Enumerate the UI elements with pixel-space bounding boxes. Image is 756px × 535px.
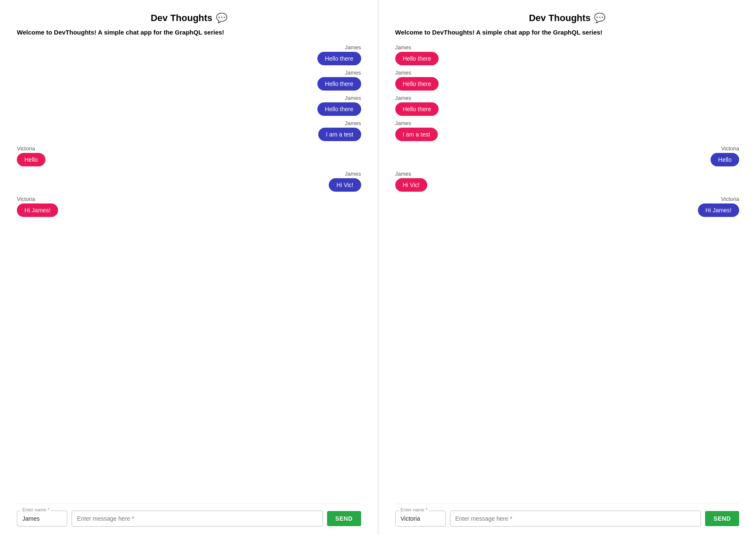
message-bubble: Hi Vic! — [395, 178, 427, 192]
input-row: Enter name *SEND — [395, 503, 740, 527]
app-title: Dev Thoughts💬 — [17, 13, 361, 24]
message-bubble: Hello there — [317, 52, 361, 65]
name-field-label: Enter name * — [21, 507, 51, 512]
chat-icon: 💬 — [594, 13, 605, 24]
message-input[interactable] — [450, 511, 701, 527]
message-group: JamesHello there — [17, 44, 361, 65]
name-input[interactable] — [17, 511, 67, 527]
sender-name: James — [345, 171, 361, 177]
sender-name: James — [345, 44, 361, 51]
message-bubble: Hello there — [395, 52, 439, 65]
name-field-label: Enter name * — [399, 507, 429, 512]
messages-area: JamesHello thereJamesHello thereJamesHel… — [17, 44, 361, 495]
message-group: VictoriaHello — [17, 145, 361, 166]
welcome-text: Welcome to DevThoughts! A simple chat ap… — [395, 29, 740, 36]
sender-name: James — [345, 120, 361, 126]
sender-name: Victoria — [721, 196, 739, 202]
welcome-text: Welcome to DevThoughts! A simple chat ap… — [17, 29, 361, 36]
message-group: JamesHi Vic! — [17, 171, 361, 192]
message-bubble: Hi James! — [698, 203, 739, 217]
app-title: Dev Thoughts💬 — [395, 13, 740, 24]
panel-right: Dev Thoughts💬Welcome to DevThoughts! A s… — [378, 0, 756, 535]
sender-name: James — [395, 171, 411, 177]
message-bubble: Hi James! — [17, 203, 58, 217]
message-group: JamesI am a test — [395, 120, 740, 141]
message-group: JamesHello there — [395, 44, 740, 65]
message-bubble: Hello — [711, 153, 739, 166]
message-bubble: I am a test — [395, 128, 438, 141]
message-group: JamesHello there — [395, 70, 740, 91]
message-group: VictoriaHi James! — [17, 196, 361, 217]
sender-name: James — [395, 120, 411, 126]
message-group: JamesHello there — [17, 95, 361, 116]
message-bubble: Hello there — [395, 102, 439, 116]
name-input[interactable] — [395, 511, 446, 527]
sender-name: James — [345, 70, 361, 76]
message-group: JamesHello there — [395, 95, 740, 116]
send-button[interactable]: SEND — [327, 511, 361, 526]
panel-left: Dev Thoughts💬Welcome to DevThoughts! A s… — [0, 0, 378, 535]
sender-name: Victoria — [17, 145, 35, 152]
message-group: JamesHi Vic! — [395, 171, 740, 192]
message-group: JamesHello there — [17, 70, 361, 91]
send-button[interactable]: SEND — [705, 511, 739, 526]
message-input[interactable] — [72, 511, 323, 527]
title-text: Dev Thoughts — [151, 13, 213, 24]
name-field-wrapper: Enter name * — [395, 511, 446, 527]
message-bubble: I am a test — [318, 128, 361, 141]
message-bubble: Hello there — [395, 77, 439, 91]
message-group: VictoriaHello — [395, 145, 740, 166]
message-bubble: Hello there — [317, 102, 361, 116]
message-bubble: Hello — [17, 153, 45, 166]
chat-icon: 💬 — [216, 13, 227, 24]
sender-name: James — [395, 70, 411, 76]
input-row: Enter name *SEND — [17, 503, 361, 527]
sender-name: James — [345, 95, 361, 101]
sender-name: James — [395, 95, 411, 101]
messages-area: JamesHello thereJamesHello thereJamesHel… — [395, 44, 740, 495]
sender-name: Victoria — [17, 196, 35, 202]
sender-name: James — [395, 44, 411, 51]
message-group: VictoriaHi James! — [395, 196, 740, 217]
title-text: Dev Thoughts — [529, 13, 591, 24]
message-group: JamesI am a test — [17, 120, 361, 141]
name-field-wrapper: Enter name * — [17, 511, 67, 527]
sender-name: Victoria — [721, 145, 739, 152]
message-bubble: Hello there — [317, 77, 361, 91]
message-bubble: Hi Vic! — [329, 178, 361, 192]
